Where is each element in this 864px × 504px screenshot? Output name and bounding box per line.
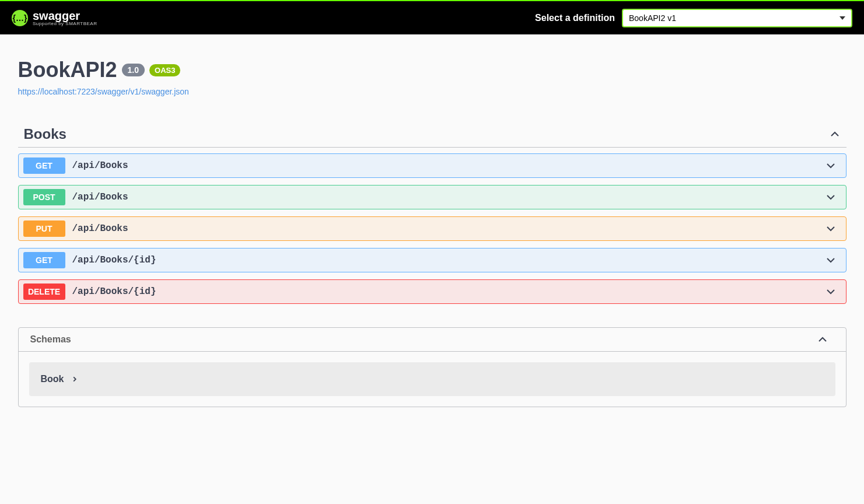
chevron-down-icon bbox=[825, 254, 837, 266]
method-badge: PUT bbox=[23, 220, 65, 237]
tag-name: Books bbox=[18, 126, 67, 142]
chevron-down-icon bbox=[825, 223, 837, 235]
opblock-delete-book-by-id[interactable]: DELETE /api/Books/{id} bbox=[18, 279, 846, 304]
chevron-up-icon bbox=[817, 334, 828, 345]
operation-path: /api/Books bbox=[72, 192, 825, 202]
chevron-up-icon bbox=[829, 128, 841, 140]
opblock-put-books[interactable]: PUT /api/Books bbox=[18, 216, 846, 241]
chevron-right-icon bbox=[71, 376, 78, 383]
operation-path: /api/Books/{id} bbox=[72, 255, 825, 265]
definition-label: Select a definition bbox=[535, 13, 615, 23]
chevron-down-icon bbox=[825, 286, 837, 298]
opblock-get-books[interactable]: GET /api/Books bbox=[18, 153, 846, 178]
schemas-body: Book bbox=[19, 351, 846, 407]
schemas-section: Schemas Book bbox=[18, 327, 846, 407]
swagger-logo[interactable]: {…} swagger Supported by SMARTBEAR bbox=[12, 10, 97, 26]
schemas-title: Schemas bbox=[30, 334, 71, 345]
chevron-down-icon bbox=[825, 191, 837, 203]
opblock-get-book-by-id[interactable]: GET /api/Books/{id} bbox=[18, 248, 846, 272]
topbar-left: {…} swagger Supported by SMARTBEAR bbox=[12, 10, 97, 26]
schema-item-book[interactable]: Book bbox=[29, 362, 835, 396]
tag-header[interactable]: Books bbox=[18, 126, 846, 148]
version-badge: 1.0 bbox=[122, 64, 145, 76]
operation-path: /api/Books bbox=[72, 160, 825, 171]
topbar: {…} swagger Supported by SMARTBEAR Selec… bbox=[0, 0, 864, 34]
method-badge: GET bbox=[23, 252, 65, 268]
definition-select-wrapper: BookAPI2 v1 bbox=[622, 9, 852, 27]
swagger-icon: {…} bbox=[12, 10, 28, 26]
schemas-header[interactable]: Schemas bbox=[19, 328, 846, 351]
operations-list: GET /api/Books POST /api/Books PUT /api/… bbox=[18, 153, 846, 304]
brand-subtitle: Supported by SMARTBEAR bbox=[33, 22, 97, 26]
title-row: BookAPI2 1.0 OAS3 bbox=[18, 58, 846, 82]
api-info: BookAPI2 1.0 OAS3 https://localhost:7223… bbox=[18, 58, 846, 97]
spec-url-link[interactable]: https://localhost:7223/swagger/v1/swagge… bbox=[18, 87, 189, 96]
tag-section: Books GET /api/Books POST /api/Books bbox=[18, 126, 846, 304]
method-badge: GET bbox=[23, 158, 65, 174]
definition-select[interactable]: BookAPI2 v1 bbox=[622, 9, 852, 27]
schema-name: Book bbox=[41, 374, 64, 384]
oas-badge: OAS3 bbox=[149, 64, 180, 76]
chevron-down-icon bbox=[825, 160, 837, 172]
operation-path: /api/Books bbox=[72, 223, 825, 234]
swagger-brand-text: swagger Supported by SMARTBEAR bbox=[33, 10, 97, 26]
operation-path: /api/Books/{id} bbox=[72, 286, 825, 297]
method-badge: POST bbox=[23, 189, 65, 205]
topbar-right: Select a definition BookAPI2 v1 bbox=[535, 9, 852, 27]
method-badge: DELETE bbox=[23, 284, 65, 300]
api-title: BookAPI2 bbox=[18, 58, 117, 82]
opblock-post-books[interactable]: POST /api/Books bbox=[18, 185, 846, 209]
brand-title: swagger bbox=[33, 10, 97, 22]
main-container: BookAPI2 1.0 OAS3 https://localhost:7223… bbox=[6, 58, 858, 407]
